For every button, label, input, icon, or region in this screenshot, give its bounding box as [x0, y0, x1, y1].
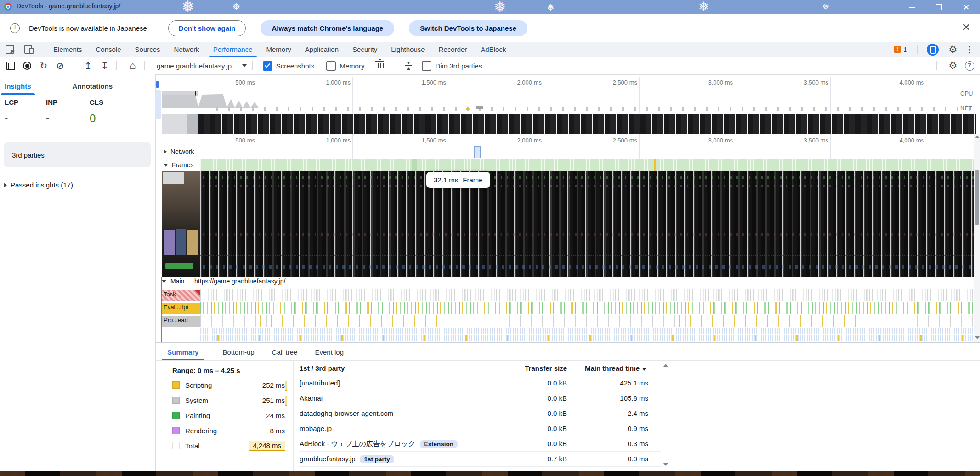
tab-application[interactable]: Application	[298, 42, 346, 57]
device-toolbar-icon[interactable]	[24, 45, 32, 54]
raster-track[interactable]	[200, 335, 974, 341]
overview-handle[interactable]	[155, 90, 161, 119]
upload-profile-icon[interactable]: ↥	[82, 60, 94, 72]
help-icon[interactable]	[963, 60, 975, 72]
tab-annotations[interactable]: Annotations	[68, 77, 118, 95]
tab-summary[interactable]: Summary	[161, 344, 205, 360]
scrollbar-thumb[interactable]	[975, 170, 979, 225]
overview-marker[interactable]	[156, 81, 159, 88]
tab-security[interactable]: Security	[346, 42, 384, 57]
minimize-icon[interactable]	[909, 7, 915, 8]
table-row-name[interactable]: [unattributed]	[300, 379, 340, 387]
table-row-name[interactable]: Akamai	[300, 394, 323, 402]
passed-insights-toggle[interactable]: Passed insights (17)	[4, 181, 73, 189]
filmstrip-track[interactable]	[200, 171, 974, 277]
table-row-name[interactable]: datadoghq-browser-agent.com	[300, 409, 393, 417]
chevron-down-icon	[164, 164, 168, 167]
overview-filmstrip[interactable]	[162, 114, 976, 134]
chevron-right-icon	[4, 183, 7, 187]
download-profile-icon[interactable]: ↧	[99, 60, 111, 72]
snowflake-decoration: ❅	[494, 0, 506, 14]
table-row-name[interactable]: granbluefantasy.jp1st party	[300, 455, 394, 463]
tab-sources[interactable]: Sources	[128, 42, 167, 57]
tab-memory[interactable]: Memory	[260, 42, 298, 57]
collect-garbage-icon[interactable]	[374, 60, 386, 72]
tab-lighthouse[interactable]: Lighthouse	[384, 42, 431, 57]
legend-row-painting: Painting 24 ms	[172, 410, 285, 420]
table-row-name[interactable]: mobage.jp	[300, 425, 332, 432]
tab-bottom-up[interactable]: Bottom-up	[216, 344, 261, 360]
profiling-overhead-track[interactable]	[200, 315, 974, 327]
tab-performance[interactable]: Performance	[206, 42, 260, 57]
error-badge-icon[interactable]	[894, 46, 901, 53]
tab-insights[interactable]: Insights	[0, 77, 36, 95]
frames-section-toggle[interactable]: Frames	[164, 161, 193, 169]
dim-3rd-parties-checkbox[interactable]	[422, 61, 431, 71]
inspect-element-icon[interactable]	[6, 45, 14, 54]
tab-adblock[interactable]: AdBlock	[474, 42, 513, 57]
raster-track[interactable]	[200, 328, 974, 334]
window-title: DevTools - game.granbluefantasy.jp/	[17, 2, 120, 10]
col-header-party[interactable]: 1st / 3rd party	[300, 364, 345, 372]
clear-icon[interactable]: ⊘	[54, 60, 66, 72]
divider	[299, 421, 661, 421]
divider	[144, 61, 145, 70]
tab-console[interactable]: Console	[89, 42, 128, 57]
banner-close-icon[interactable]	[963, 23, 970, 31]
table-scroll-down-icon[interactable]	[663, 463, 668, 466]
switch-japanese-button[interactable]: Switch DevTools to Japanese	[409, 20, 527, 36]
scripting-swatch	[172, 381, 180, 389]
passed-insights-label: Passed insights (17)	[11, 181, 73, 189]
device-posture-icon[interactable]	[927, 44, 939, 56]
close-window-icon[interactable]	[963, 4, 969, 10]
history-dropdown[interactable]: game.granbluefantasy.jp ...	[157, 62, 247, 70]
task-track[interactable]	[200, 289, 974, 301]
table-row-time: 0.3 ms	[589, 440, 648, 448]
reload-record-icon[interactable]: ↻	[38, 60, 50, 72]
scroll-up-icon[interactable]	[975, 136, 980, 138]
tab-network[interactable]: Network	[167, 42, 206, 57]
frames-track[interactable]	[200, 159, 974, 171]
more-options-icon[interactable]	[963, 44, 975, 56]
track-label-profiling-overhead[interactable]: Pro...ead	[162, 316, 200, 327]
table-row-name[interactable]: AdBlock - ウェブ上の広告をブロックExtension	[300, 440, 458, 448]
tab-event-log[interactable]: Event log	[308, 344, 350, 360]
home-icon[interactable]: ⌂	[127, 60, 139, 72]
match-language-button[interactable]: Always match Chrome's language	[261, 20, 394, 36]
tab-call-tree[interactable]: Call tree	[266, 344, 304, 360]
col-header-time[interactable]: Main thread time	[585, 364, 646, 372]
main-section-toggle[interactable]: Main — https://game.granbluefantasy.jp/	[162, 278, 285, 285]
panel-splitter[interactable]	[155, 342, 980, 343]
tab-elements[interactable]: Elements	[46, 42, 89, 57]
screenshot-card	[176, 229, 186, 255]
filmstrip-detail	[200, 185, 974, 187]
table-scroll-up-icon[interactable]	[663, 364, 668, 367]
dont-show-again-button[interactable]: Don't show again	[168, 20, 246, 36]
settings-gear-icon[interactable]	[947, 44, 959, 56]
col-header-transfer[interactable]: Transfer size	[512, 364, 567, 372]
overview-tick-label: 1.500 ms	[377, 79, 446, 86]
memory-checkbox[interactable]	[326, 61, 336, 71]
maximize-icon[interactable]	[936, 4, 942, 10]
tab-recorder[interactable]: Recorder	[432, 42, 474, 57]
scroll-down-icon[interactable]	[975, 336, 980, 339]
sort-descending-icon	[642, 368, 646, 371]
filmstrip-first-screenshot[interactable]	[162, 171, 200, 277]
third-parties-card[interactable]: 3rd parties	[4, 142, 151, 167]
track-label-task[interactable]: Task	[162, 290, 200, 301]
network-section-toggle[interactable]: Network	[164, 148, 194, 155]
vertical-scrollbar[interactable]	[974, 134, 980, 342]
toggle-panel-icon[interactable]	[5, 60, 17, 72]
metric-cls-label: CLS	[90, 98, 103, 106]
frame-tooltip-label: Frame	[463, 176, 482, 184]
screenshots-checkbox[interactable]	[263, 61, 272, 71]
frames-section-label: Frames	[172, 161, 193, 169]
track-label-evaluate-script[interactable]: Eval...ript	[162, 303, 200, 314]
collapse-sections-icon[interactable]	[402, 60, 414, 72]
network-request-block[interactable]	[474, 146, 481, 158]
record-icon[interactable]	[21, 60, 33, 72]
evaluate-script-track[interactable]	[200, 302, 974, 314]
perf-settings-gear-icon[interactable]	[947, 60, 959, 72]
info-icon	[10, 23, 20, 33]
chevron-down-icon	[242, 64, 247, 67]
